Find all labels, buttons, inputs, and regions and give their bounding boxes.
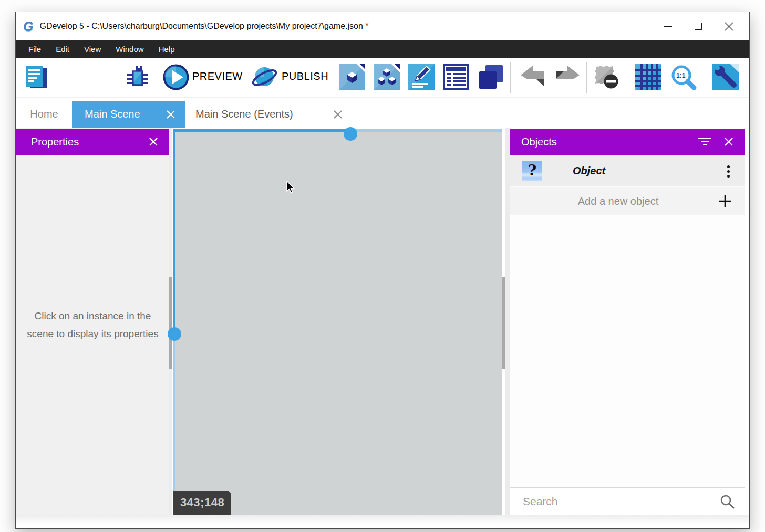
title-bar: G GDevelop 5 - C:\Users\charburg\Documen… xyxy=(16,12,749,40)
gdevelop-logo-icon: G xyxy=(23,20,33,33)
search-icon[interactable] xyxy=(719,494,735,509)
filter-icon[interactable] xyxy=(697,138,712,146)
scene-vscroll-track-bottom xyxy=(173,340,175,515)
objects-search-input[interactable] xyxy=(523,495,719,508)
redo-icon[interactable] xyxy=(555,64,581,90)
publish-button[interactable]: PUBLISH xyxy=(282,70,328,82)
properties-close-icon[interactable] xyxy=(148,137,159,147)
zoom-ratio-label: 1:1 xyxy=(676,72,685,79)
close-button[interactable] xyxy=(714,12,744,40)
objects-search-bar xyxy=(510,487,745,515)
object-question-icon: ? xyxy=(522,161,542,181)
objects-panel-header: Objects xyxy=(510,129,745,155)
properties-hint-text: Click on an instance in the scene to dis… xyxy=(16,307,169,343)
scene-hscroll-track-left xyxy=(173,129,350,132)
zoom-original-icon[interactable]: 1:1 xyxy=(670,64,697,90)
add-object-row[interactable]: Add a new object xyxy=(510,187,745,215)
scene-settings-icon[interactable] xyxy=(712,64,739,90)
objects-panel-title: Objects xyxy=(521,136,557,148)
scene-editor-canvas[interactable] xyxy=(175,132,502,515)
edit-objects-group-icon[interactable] xyxy=(374,64,400,90)
object-name-label: Object xyxy=(573,165,605,177)
window-bottom-strip xyxy=(16,515,749,528)
scene-hscroll-handle[interactable] xyxy=(344,127,357,141)
maximize-icon xyxy=(695,23,702,30)
panel-gap xyxy=(505,128,510,515)
properties-scrollbar-thumb[interactable] xyxy=(169,277,172,369)
undo-icon[interactable] xyxy=(519,64,545,90)
object-menu-kebab-icon[interactable] xyxy=(727,165,730,178)
tab-home-label: Home xyxy=(30,108,58,120)
cursor-coordinates-value: 343;148 xyxy=(180,496,224,509)
preview-button[interactable]: PREVIEW xyxy=(192,70,243,82)
debug-icon[interactable] xyxy=(125,64,150,90)
toolbar-separator xyxy=(704,62,704,93)
tab-main-scene-close-icon[interactable] xyxy=(166,110,175,119)
tab-main-scene-events-close-icon[interactable] xyxy=(333,110,343,119)
menu-window[interactable]: Window xyxy=(108,40,151,58)
menu-file[interactable]: File xyxy=(21,40,48,58)
layers-icon[interactable] xyxy=(478,64,504,90)
menu-bar: File Edit View Window Help xyxy=(16,40,749,58)
toolbar-separator xyxy=(510,62,511,93)
scene-hscroll-track-right xyxy=(350,129,502,132)
tab-main-scene-events[interactable]: Main Scene (Events) xyxy=(185,101,352,128)
edit-scene-properties-icon[interactable] xyxy=(408,64,435,90)
minimize-icon xyxy=(664,26,672,27)
mask-icon[interactable] xyxy=(594,64,620,90)
tab-main-scene-label: Main Scene xyxy=(85,108,140,120)
preview-play-icon[interactable] xyxy=(163,64,189,90)
instances-list-icon[interactable] xyxy=(443,64,469,90)
maximize-button[interactable] xyxy=(683,12,714,40)
toolbar-separator xyxy=(586,62,587,93)
object-list-item[interactable]: ? Object xyxy=(510,155,745,187)
tab-home[interactable]: Home xyxy=(16,101,72,128)
app-root: G GDevelop 5 - C:\Users\charburg\Documen… xyxy=(0,0,765,532)
scene-vscroll-handle[interactable] xyxy=(168,327,181,341)
objects-close-icon[interactable] xyxy=(723,137,734,147)
menu-help[interactable]: Help xyxy=(151,40,182,58)
menu-view[interactable]: View xyxy=(77,40,108,58)
menu-edit[interactable]: Edit xyxy=(48,40,77,58)
cursor-coordinates-badge: 343;148 xyxy=(173,491,231,515)
edit-object-icon[interactable] xyxy=(339,64,365,90)
add-object-plus-icon[interactable] xyxy=(718,194,732,208)
scene-vscroll-track-top xyxy=(173,129,175,329)
mouse-cursor-icon xyxy=(286,181,296,194)
toolbar-separator xyxy=(626,62,626,93)
add-object-label: Add a new object xyxy=(578,195,658,207)
tab-bar: Home Main Scene Main Scene (Events) xyxy=(16,98,749,128)
project-manager-icon[interactable] xyxy=(23,64,49,90)
properties-panel-header: Properties xyxy=(16,129,169,155)
publish-globe-icon[interactable] xyxy=(251,64,277,90)
close-icon xyxy=(725,22,733,31)
tab-main-scene-events-label: Main Scene (Events) xyxy=(195,108,293,120)
grid-icon[interactable] xyxy=(635,64,661,90)
tab-main-scene[interactable]: Main Scene xyxy=(72,101,185,128)
window-controls xyxy=(653,12,744,40)
minimize-button[interactable] xyxy=(653,12,683,40)
properties-panel-title: Properties xyxy=(31,136,79,148)
window-title: GDevelop 5 - C:\Users\charburg\Documents… xyxy=(39,22,368,31)
